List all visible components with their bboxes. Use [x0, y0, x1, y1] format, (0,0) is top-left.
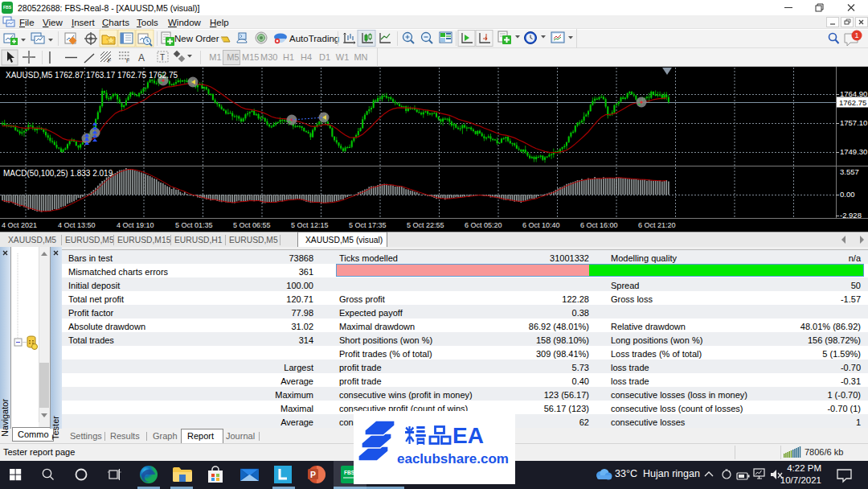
svg-text:P: P: [310, 470, 316, 479]
